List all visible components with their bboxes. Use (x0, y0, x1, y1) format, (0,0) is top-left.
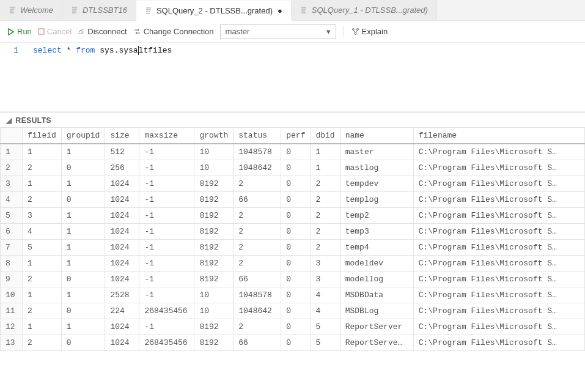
editor-tab[interactable]: DTLSSBT16 (62, 0, 136, 20)
cell[interactable]: C:\Program Files\Microsoft S… (413, 176, 584, 192)
table-row[interactable]: 112022426843545610104864204MSDBLogC:\Pro… (1, 303, 585, 319)
cell[interactable]: -1 (139, 240, 194, 256)
cell[interactable]: C:\Program Files\Microsoft S… (413, 192, 584, 208)
cell[interactable]: 268435456 (139, 335, 194, 351)
cell[interactable]: 1048578 (234, 287, 281, 303)
cell[interactable]: C:\Program Files\Microsoft S… (413, 319, 584, 335)
cell[interactable]: 4 (23, 224, 62, 240)
cell[interactable]: 8192 (194, 192, 234, 208)
cell[interactable]: 1024 (105, 256, 139, 272)
cell[interactable]: 1024 (105, 176, 139, 192)
cell[interactable]: 0 (281, 208, 311, 224)
cell[interactable]: 1 (311, 144, 340, 160)
cell[interactable]: 1 (61, 256, 105, 272)
column-header[interactable]: maxsize (139, 128, 194, 144)
cell[interactable]: 512 (105, 144, 139, 160)
cell[interactable]: temp4 (340, 240, 413, 256)
cell[interactable]: 1024 (105, 272, 139, 287)
cell[interactable]: 10 (194, 287, 234, 303)
table-row[interactable]: 220256-110104864201mastlogC:\Program Fil… (1, 160, 585, 176)
disconnect-button[interactable]: Disconnect (78, 27, 127, 36)
column-header[interactable]: size (105, 128, 139, 144)
cell[interactable]: 1 (61, 240, 105, 256)
table-row[interactable]: 12111024-18192205ReportServerC:\Program … (1, 319, 585, 335)
cell[interactable]: 3 (23, 208, 62, 224)
cell[interactable]: -1 (139, 319, 194, 335)
cell[interactable]: 0 (281, 319, 311, 335)
cell[interactable]: 2 (311, 208, 340, 224)
cell[interactable]: 3 (311, 272, 340, 287)
run-button[interactable]: Run (7, 27, 32, 36)
cell[interactable]: 4 (311, 303, 340, 319)
cell[interactable]: 1048578 (234, 144, 281, 160)
table-row[interactable]: 7511024-18192202temp4C:\Program Files\Mi… (1, 240, 585, 256)
cell[interactable]: 2 (234, 224, 281, 240)
cell[interactable]: 1 (23, 176, 62, 192)
cell[interactable]: 0 (281, 160, 311, 176)
table-row[interactable]: 111512-110104857801masterC:\Program File… (1, 144, 585, 160)
cell[interactable]: 2 (234, 176, 281, 192)
cell[interactable]: 2 (23, 160, 62, 176)
cell[interactable]: master (340, 144, 413, 160)
cell[interactable]: 66 (234, 335, 281, 351)
cell[interactable]: -1 (139, 176, 194, 192)
database-select[interactable]: master ▾ (220, 24, 336, 39)
cell[interactable]: 0 (61, 272, 105, 287)
cell[interactable]: ReportServe… (340, 335, 413, 351)
cell[interactable]: 2 (311, 224, 340, 240)
cell[interactable]: templog (340, 192, 413, 208)
cell[interactable]: 0 (281, 335, 311, 351)
cancel-button[interactable]: Cancel (38, 27, 72, 36)
cell[interactable]: 2 (23, 303, 62, 319)
cell[interactable]: 0 (281, 176, 311, 192)
column-header[interactable]: dbid (311, 128, 340, 144)
cell[interactable]: 2 (234, 256, 281, 272)
cell[interactable]: -1 (139, 272, 194, 287)
column-header[interactable]: growth (194, 128, 234, 144)
cell[interactable]: 0 (61, 335, 105, 351)
cell[interactable]: 268435456 (139, 303, 194, 319)
column-header[interactable]: groupid (61, 128, 105, 144)
cell[interactable]: C:\Program Files\Microsoft S… (413, 272, 584, 287)
table-row[interactable]: 5311024-18192202temp2C:\Program Files\Mi… (1, 208, 585, 224)
cell[interactable]: 8192 (194, 335, 234, 351)
cell[interactable]: 8192 (194, 240, 234, 256)
cell[interactable]: 10 (194, 144, 234, 160)
cell[interactable]: 8192 (194, 208, 234, 224)
cell[interactable]: 224 (105, 303, 139, 319)
editor-tab[interactable]: SQLQuery_1 - DTLSSB...grated) (292, 0, 437, 20)
cell[interactable]: 8192 (194, 224, 234, 240)
cell[interactable]: 0 (281, 256, 311, 272)
cell[interactable]: temp2 (340, 208, 413, 224)
cell[interactable]: 0 (281, 192, 311, 208)
cell[interactable]: ReportServer (340, 319, 413, 335)
cell[interactable]: C:\Program Files\Microsoft S… (413, 208, 584, 224)
sql-code-line[interactable]: select * from sys.sysaltfiles (33, 45, 172, 56)
cell[interactable]: 66 (234, 272, 281, 287)
cell[interactable]: 8192 (194, 176, 234, 192)
cell[interactable]: 3 (311, 256, 340, 272)
cell[interactable]: 1 (61, 208, 105, 224)
cell[interactable]: 1 (23, 319, 62, 335)
cell[interactable]: -1 (139, 256, 194, 272)
cell[interactable]: 1024 (105, 240, 139, 256)
cell[interactable]: 1024 (105, 319, 139, 335)
cell[interactable]: 2 (23, 335, 62, 351)
cell[interactable]: C:\Program Files\Microsoft S… (413, 224, 584, 240)
results-panel-header[interactable]: ◢ RESULTS (0, 112, 585, 127)
editor-tab[interactable]: Welcome (0, 0, 62, 20)
cell[interactable]: mastlog (340, 160, 413, 176)
cell[interactable]: 2 (234, 240, 281, 256)
cell[interactable]: C:\Program Files\Microsoft S… (413, 144, 584, 160)
cell[interactable]: 1048642 (234, 160, 281, 176)
cell[interactable]: MSDBData (340, 287, 413, 303)
cell[interactable]: 1024 (105, 192, 139, 208)
table-row[interactable]: 1320102426843545681926605ReportServe…C:\… (1, 335, 585, 351)
cell[interactable]: -1 (139, 208, 194, 224)
cell[interactable]: 1 (61, 287, 105, 303)
table-row[interactable]: 9201024-181926603modellogC:\Program File… (1, 272, 585, 287)
cell[interactable]: 2 (23, 192, 62, 208)
cell[interactable]: 1024 (105, 224, 139, 240)
cell[interactable]: 8192 (194, 272, 234, 287)
cell[interactable]: 1024 (105, 208, 139, 224)
